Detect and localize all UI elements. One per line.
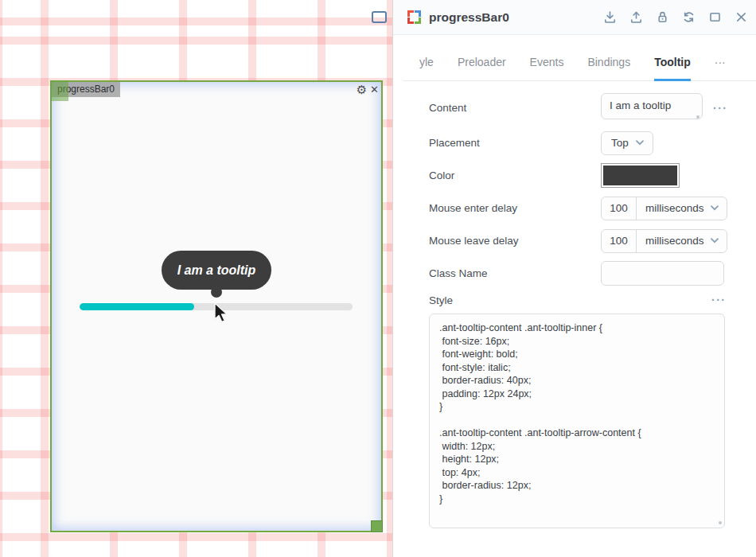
widget-actions: ⚙ ✕ <box>357 83 379 96</box>
upload-icon[interactable] <box>629 10 643 24</box>
refresh-icon[interactable] <box>682 10 696 24</box>
widget-resize-handle-topleft[interactable] <box>50 80 68 101</box>
mouse-leave-delay-row: Mouse leave delay milliseconds <box>429 228 728 253</box>
mouse-cursor-icon <box>213 302 231 325</box>
progressbar-widget[interactable]: progressBar0 ⚙ ✕ I am a tooltip <box>50 80 383 532</box>
lock-icon[interactable] <box>656 10 669 24</box>
design-canvas[interactable]: progressBar0 ⚙ ✕ I am a tooltip <box>0 0 393 557</box>
chevron-down-icon <box>711 205 719 211</box>
chevron-down-icon <box>636 140 644 146</box>
chevron-down-icon <box>711 238 719 243</box>
tooltip-preview: I am a tooltip <box>162 251 271 290</box>
class-name-row: Class Name <box>429 261 728 286</box>
tab-style[interactable]: yle <box>419 56 434 81</box>
widget-close-icon[interactable]: ✕ <box>370 83 379 96</box>
canvas-maximize-icon[interactable] <box>372 11 387 23</box>
content-input[interactable]: I am a tooltip <box>601 93 703 119</box>
widget-resize-handle-bottomright[interactable] <box>371 520 383 532</box>
content-more-button[interactable]: ··· <box>713 102 728 115</box>
tooltip-form: Content I am a tooltip ··· Placement Top <box>393 81 756 528</box>
placement-label: Placement <box>429 137 601 149</box>
close-icon[interactable] <box>735 10 748 24</box>
style-more-button[interactable]: ··· <box>711 294 727 306</box>
properties-panel: progressBar0 <box>393 0 756 557</box>
mouse-leave-delay-label: Mouse leave delay <box>429 235 601 247</box>
tooltip-text: I am a tooltip <box>177 263 256 278</box>
mouse-leave-delay-unit-select[interactable]: milliseconds <box>637 230 727 252</box>
download-icon[interactable] <box>603 10 617 24</box>
mouse-leave-delay-unit-value: milliseconds <box>645 235 704 247</box>
placement-value: Top <box>611 137 629 149</box>
mouse-leave-delay-input[interactable] <box>602 230 637 252</box>
panel-title: progressBar0 <box>429 10 509 25</box>
tab-more[interactable]: ··· <box>715 56 726 81</box>
mouse-enter-delay-row: Mouse enter delay milliseconds <box>429 196 728 220</box>
widget-settings-gear-icon[interactable]: ⚙ <box>357 83 367 96</box>
style-label: Style <box>429 294 601 306</box>
tab-preloader[interactable]: Preloader <box>458 56 506 81</box>
panel-header: progressBar0 <box>393 0 756 35</box>
tab-tooltip[interactable]: Tooltip <box>654 56 691 81</box>
app-window: progressBar0 ⚙ ✕ I am a tooltip pr <box>0 0 756 557</box>
widget-type-icon <box>407 10 421 24</box>
header-icon-bar <box>603 10 748 24</box>
placement-row: Placement Top <box>429 130 728 155</box>
mouse-enter-delay-unit-select[interactable]: milliseconds <box>637 197 727 220</box>
tab-events[interactable]: Events <box>530 56 564 81</box>
content-label: Content <box>429 102 601 114</box>
property-tabs: yle Preloader Events Bindings Tooltip ··… <box>403 35 756 81</box>
class-name-label: Class Name <box>429 267 601 279</box>
maximize-icon[interactable] <box>708 10 722 24</box>
mouse-enter-delay-label: Mouse enter delay <box>429 202 601 214</box>
style-row: Style ··· <box>429 294 728 306</box>
color-swatch[interactable] <box>601 163 680 188</box>
mouse-enter-delay-unit-value: milliseconds <box>645 202 704 214</box>
color-swatch-inner <box>603 166 677 185</box>
color-row: Color <box>429 163 728 188</box>
placement-select[interactable]: Top <box>601 131 653 155</box>
style-code-editor[interactable]: .ant-tooltip-content .ant-tooltip-inner … <box>429 314 725 528</box>
class-name-input[interactable] <box>601 261 724 286</box>
progress-fill <box>80 303 194 310</box>
color-label: Color <box>429 169 601 181</box>
mouse-enter-delay-input[interactable] <box>602 197 637 220</box>
style-code-wrap: .ant-tooltip-content .ant-tooltip-inner … <box>429 314 725 528</box>
content-row: Content I am a tooltip ··· <box>429 93 728 123</box>
tab-bindings[interactable]: Bindings <box>587 56 630 81</box>
